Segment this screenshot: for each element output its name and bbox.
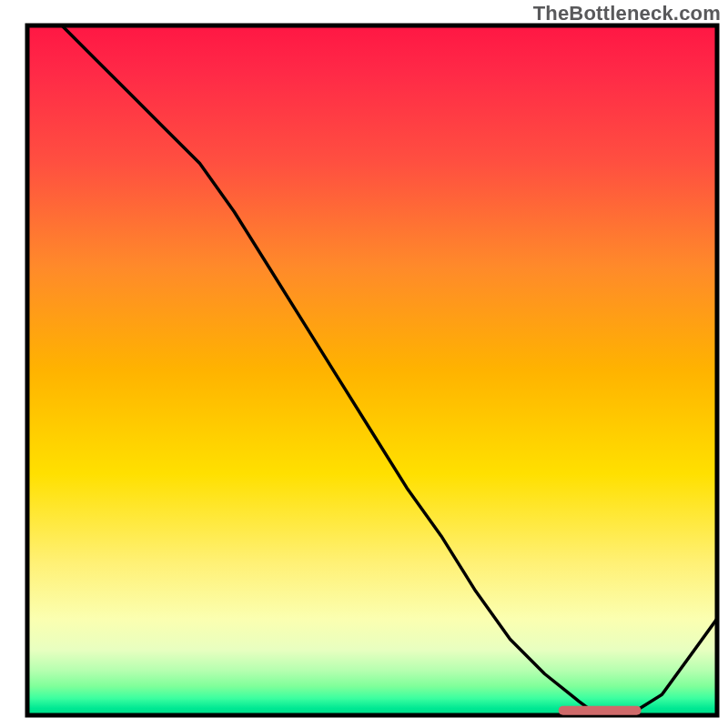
optimum-marker xyxy=(559,706,642,715)
chart-stage: TheBottleneck.com xyxy=(0,0,728,728)
plot-background xyxy=(27,25,717,715)
bottleneck-chart xyxy=(0,0,728,728)
